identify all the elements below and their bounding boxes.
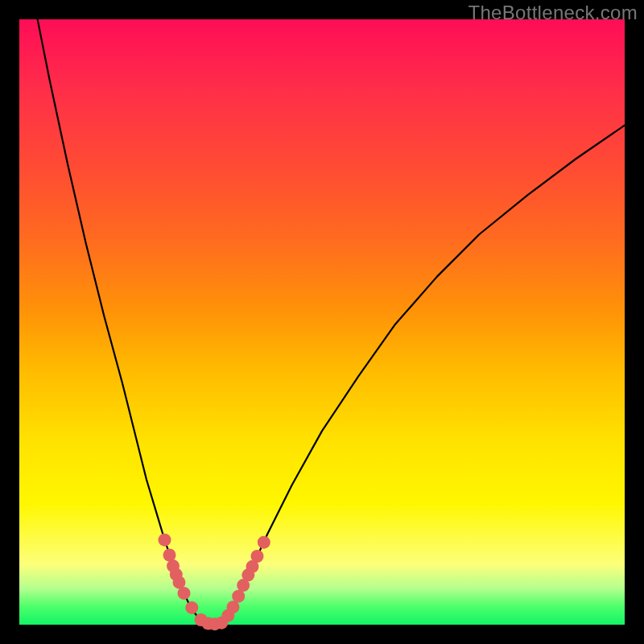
bead-marker xyxy=(258,536,270,549)
bead-marker xyxy=(232,590,245,603)
plot-area xyxy=(19,19,625,625)
bead-marker xyxy=(178,587,191,600)
bead-marker xyxy=(159,534,171,547)
bead-marker xyxy=(251,550,264,563)
bead-marker xyxy=(163,549,176,562)
right-curve xyxy=(216,126,625,625)
curve-layer xyxy=(19,19,625,625)
chart-frame: TheBottleneck.com xyxy=(0,0,644,644)
bead-marker xyxy=(185,601,198,614)
left-curve xyxy=(38,19,217,624)
bead-markers xyxy=(159,534,270,631)
